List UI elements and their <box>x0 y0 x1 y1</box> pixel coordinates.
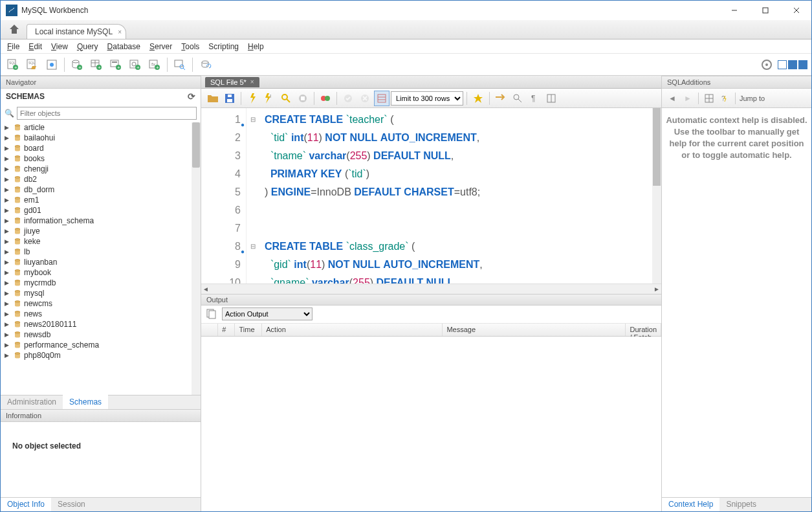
help-target-icon[interactable] <box>703 92 716 105</box>
editor-tab[interactable]: SQL File 5* × <box>205 77 259 87</box>
schema-item[interactable]: ▶news <box>1 309 201 319</box>
close-icon[interactable]: × <box>250 78 254 85</box>
menu-file[interactable]: File <box>7 42 19 51</box>
output-list-icon[interactable] <box>206 309 217 319</box>
refresh-icon[interactable]: ⟳ <box>188 91 195 102</box>
expand-icon[interactable]: ▶ <box>5 124 11 131</box>
col-action[interactable]: Action <box>262 324 443 336</box>
tab-object-info[interactable]: Object Info <box>1 498 51 511</box>
menu-query[interactable]: Query <box>77 42 98 51</box>
schema-item[interactable]: ▶article <box>1 122 201 133</box>
toggle-bottom-panel[interactable] <box>788 60 797 69</box>
expand-icon[interactable]: ▶ <box>5 269 11 276</box>
col-time[interactable]: Time <box>235 324 262 336</box>
expand-icon[interactable]: ▶ <box>5 207 11 214</box>
jump-to-label[interactable]: Jump to <box>740 95 765 102</box>
code-area[interactable]: CREATE TABLE `teacher` ( `tid` int(11) N… <box>259 108 661 284</box>
editor-body[interactable]: 1●2345678●9101112 ⊟⊟ CREATE TABLE `teach… <box>201 108 661 284</box>
menu-server[interactable]: Server <box>149 42 172 51</box>
fold-toggle[interactable] <box>247 183 259 201</box>
tab-context-help[interactable]: Context Help <box>662 498 719 511</box>
wrap-icon[interactable]: ¶ <box>527 91 542 106</box>
schema-item[interactable]: ▶news20180111 <box>1 319 201 329</box>
toggle-autocommit-icon[interactable] <box>318 91 333 106</box>
schema-item[interactable]: ▶board <box>1 143 201 153</box>
schema-item[interactable]: ▶em1 <box>1 195 201 205</box>
execute-icon[interactable] <box>245 91 260 106</box>
menu-help[interactable]: Help <box>248 42 264 51</box>
col-duration[interactable]: Duration / Fetch <box>626 324 661 336</box>
menu-edit[interactable]: Edit <box>28 42 42 51</box>
editor-hscrollbar[interactable]: ◄ ► <box>201 284 661 294</box>
forward-icon[interactable]: ► <box>681 92 694 105</box>
schema-item[interactable]: ▶bailaohui <box>1 133 201 143</box>
schema-item[interactable]: ▶mysql <box>1 288 201 298</box>
expand-icon[interactable]: ▶ <box>5 300 11 307</box>
schema-item[interactable]: ▶db2 <box>1 174 201 184</box>
fold-toggle[interactable] <box>247 147 259 165</box>
create-function-icon[interactable]: fx+ <box>146 56 163 73</box>
toggle-limit-icon[interactable] <box>374 91 390 106</box>
toggle-right-panel[interactable] <box>798 60 807 69</box>
menu-scripting[interactable]: Scripting <box>208 42 239 51</box>
expand-icon[interactable]: ▶ <box>5 280 11 286</box>
save-file-icon[interactable] <box>222 91 237 106</box>
expand-icon[interactable]: ▶ <box>5 217 11 224</box>
rollback-icon[interactable] <box>357 91 373 106</box>
fold-toggle[interactable] <box>247 256 259 274</box>
schema-item[interactable]: ▶jiuye <box>1 226 201 236</box>
settings-gear-icon[interactable] <box>758 56 775 73</box>
create-procedure-icon[interactable]: + <box>127 56 144 73</box>
expand-icon[interactable]: ▶ <box>5 249 11 255</box>
schema-item[interactable]: ▶liuyanban <box>1 257 201 267</box>
fold-toggle[interactable]: ⊟ <box>247 238 259 256</box>
menu-database[interactable]: Database <box>107 42 140 51</box>
schema-item[interactable]: ▶books <box>1 153 201 164</box>
reconnect-icon[interactable] <box>197 56 214 73</box>
schema-item[interactable]: ▶mycrmdb <box>1 278 201 288</box>
fold-toggle[interactable]: ⊟ <box>247 111 259 129</box>
maximize-button[interactable] <box>756 3 775 18</box>
filter-input[interactable] <box>17 107 197 120</box>
schema-item[interactable]: ▶mybook <box>1 267 201 278</box>
tab-schemas[interactable]: Schemas <box>63 395 108 409</box>
open-file-icon[interactable] <box>205 91 221 106</box>
explain-icon[interactable] <box>278 91 294 106</box>
expand-icon[interactable]: ▶ <box>5 321 11 328</box>
execute-current-icon[interactable]: I <box>261 91 277 106</box>
tab-session[interactable]: Session <box>51 498 92 511</box>
search-table-data-icon[interactable] <box>171 56 188 73</box>
commit-icon[interactable] <box>340 91 356 106</box>
expand-icon[interactable]: ▶ <box>5 352 11 359</box>
schema-item[interactable]: ▶information_schema <box>1 216 201 226</box>
menu-tools[interactable]: Tools <box>181 42 199 51</box>
scroll-left-icon[interactable]: ◄ <box>203 285 209 293</box>
menu-view[interactable]: View <box>51 42 68 51</box>
schema-item[interactable]: ▶newsdb <box>1 329 201 340</box>
new-sql-tab-icon[interactable]: SQL+ <box>5 56 21 73</box>
find-replace-icon[interactable] <box>493 91 509 106</box>
expand-icon[interactable]: ▶ <box>5 238 11 245</box>
schema-item[interactable]: ▶chengji <box>1 164 201 174</box>
connection-tab[interactable]: Local instance MySQL × <box>27 24 126 39</box>
schema-item[interactable]: ▶performance_schema <box>1 340 201 350</box>
expand-icon[interactable]: ▶ <box>5 342 11 348</box>
close-icon[interactable]: × <box>118 28 122 36</box>
editor-vscrollbar[interactable] <box>652 108 661 284</box>
expand-icon[interactable]: ▶ <box>5 197 11 203</box>
col-idx[interactable]: # <box>218 324 235 336</box>
expand-icon[interactable]: ▶ <box>5 145 11 151</box>
snippets-panel-icon[interactable] <box>543 91 559 106</box>
col-message[interactable]: Message <box>443 324 626 336</box>
fold-toggle[interactable] <box>247 274 259 284</box>
tab-administration[interactable]: Administration <box>1 395 63 409</box>
toggle-invisible-icon[interactable] <box>510 91 525 106</box>
create-table-icon[interactable]: + <box>88 56 105 73</box>
inspector-icon[interactable] <box>43 56 60 73</box>
expand-icon[interactable]: ▶ <box>5 135 11 141</box>
fold-toggle[interactable] <box>247 219 259 238</box>
close-button[interactable] <box>787 3 806 18</box>
schema-item[interactable]: ▶db_dorm <box>1 184 201 195</box>
schema-item[interactable]: ▶php80q0m <box>1 350 201 361</box>
beautify-icon[interactable] <box>470 91 486 106</box>
